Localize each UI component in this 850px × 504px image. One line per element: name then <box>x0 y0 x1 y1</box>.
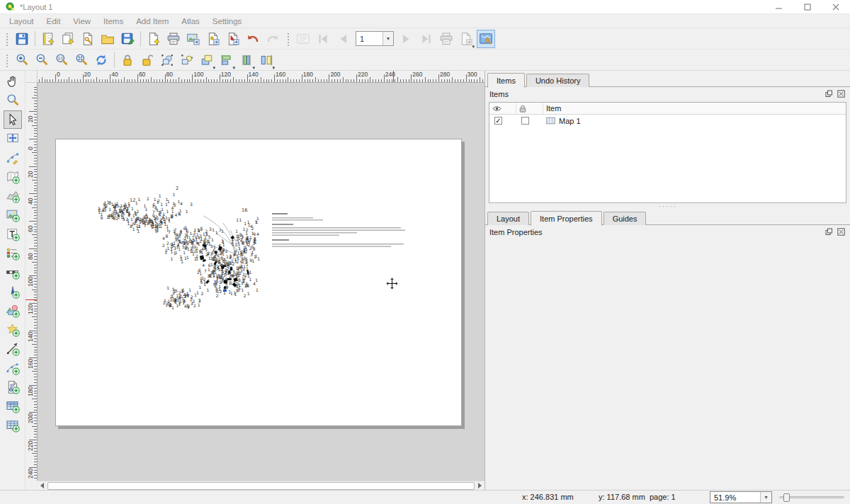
add-fixed-table-button[interactable] <box>4 416 22 435</box>
new-layout-button[interactable] <box>39 30 57 48</box>
next-feature-button[interactable] <box>397 30 416 48</box>
select-move-item-button[interactable] <box>4 110 22 129</box>
zoom-actual-icon: 1:1 <box>55 53 69 67</box>
add-shape-button[interactable] <box>4 302 22 320</box>
undo-button[interactable] <box>244 30 262 48</box>
refresh-button[interactable] <box>92 51 110 69</box>
previous-feature-button[interactable] <box>334 30 352 48</box>
print-atlas-button[interactable] <box>437 30 455 48</box>
horizontal-scrollbar[interactable] <box>38 481 484 490</box>
item-properties-close-button[interactable] <box>837 227 846 236</box>
minimize-button[interactable] <box>765 0 793 13</box>
items-panel-close-button[interactable] <box>837 89 846 98</box>
slider-handle[interactable] <box>783 493 790 502</box>
close-button[interactable] <box>822 0 850 13</box>
pan-button[interactable] <box>4 72 22 91</box>
add-node-item-button[interactable] <box>4 359 22 377</box>
add-legend-button[interactable] <box>4 244 22 263</box>
add-map-button[interactable] <box>4 168 22 186</box>
svg-text:1: 1 <box>166 209 169 214</box>
zoom-level-combo[interactable]: 51.9% ▾ <box>710 491 772 503</box>
redo-button[interactable] <box>264 30 282 48</box>
menu-atlas[interactable]: Atlas <box>175 16 206 27</box>
add-north-arrow-button[interactable] <box>4 282 22 301</box>
export-as-pdf-button[interactable] <box>224 30 242 48</box>
raise-items-button[interactable]: ▾ <box>198 51 216 69</box>
move-item-content-button[interactable] <box>4 130 22 148</box>
add-items-from-template-button[interactable] <box>98 30 117 48</box>
add-label-button[interactable] <box>4 225 22 244</box>
layout-page[interactable]: 1111111231612112152122115119111111444119… <box>55 139 462 426</box>
add-arrow-button[interactable] <box>4 340 22 358</box>
item-lock-checkbox[interactable] <box>521 117 529 125</box>
add-html-button[interactable] <box>4 378 22 396</box>
align-items-button[interactable]: ▾ <box>217 51 236 69</box>
zoom-tool-button[interactable] <box>4 91 22 110</box>
resize-items-button[interactable]: ▾ <box>257 51 276 69</box>
first-feature-button[interactable] <box>314 30 332 48</box>
last-feature-button[interactable] <box>417 30 436 48</box>
scroll-right-button[interactable] <box>475 481 484 491</box>
item-row-map1[interactable]: ✓ Map 1 <box>489 115 846 127</box>
svg-text:4: 4 <box>253 281 256 286</box>
edit-nodes-item-button[interactable] <box>4 149 22 167</box>
export-as-svg-button[interactable] <box>204 30 222 48</box>
ungroup-items-button[interactable] <box>178 51 196 69</box>
layout-viewport[interactable]: 1111111231612112152122115119111111444119… <box>38 83 484 481</box>
add-north-arrow-icon <box>6 285 20 299</box>
scrollbar-thumb[interactable] <box>47 482 475 490</box>
horizontal-ruler[interactable]: 0204060801001201401601802002202402602803… <box>38 71 484 83</box>
add-attribute-table-button[interactable] <box>4 397 22 416</box>
duplicate-layout-button[interactable] <box>59 30 77 48</box>
tab-items[interactable]: Items <box>487 73 525 88</box>
group-items-button[interactable] <box>158 51 176 69</box>
lock-items-button[interactable] <box>118 51 137 69</box>
dock-splitter[interactable]: ····· <box>485 203 850 209</box>
menu-view[interactable]: View <box>67 16 97 27</box>
save-project-button[interactable] <box>13 30 31 48</box>
zoom-out-button[interactable] <box>33 51 51 69</box>
menu-settings[interactable]: Settings <box>206 16 249 27</box>
item-visibility-checkbox[interactable]: ✓ <box>494 117 502 125</box>
tab-item-properties[interactable]: Item Properties <box>531 211 602 226</box>
print-layout-button[interactable] <box>164 30 183 48</box>
maximize-button[interactable] <box>793 0 822 13</box>
menu-layout[interactable]: Layout <box>3 16 40 27</box>
tab-undo-history[interactable]: Undo History <box>526 74 590 87</box>
menu-items[interactable]: Items <box>97 16 130 27</box>
svg-text:1: 1 <box>186 227 188 232</box>
vertical-ruler[interactable]: 20020406080100120140160180200220240 <box>26 83 38 481</box>
add-scale-bar-button[interactable] <box>4 263 22 282</box>
item-properties-float-button[interactable] <box>824 227 834 236</box>
zoom-full-button[interactable] <box>72 51 91 69</box>
menu-add-item[interactable]: Add Item <box>130 16 175 27</box>
atlas-settings-button[interactable] <box>477 30 495 48</box>
save-as-template-button[interactable] <box>118 30 137 48</box>
items-panel-float-button[interactable] <box>824 89 834 98</box>
tab-guides[interactable]: Guides <box>604 212 647 225</box>
add-picture-button[interactable] <box>4 206 22 224</box>
svg-text:1: 1 <box>198 298 201 303</box>
add-items-from-template-icon <box>101 32 115 46</box>
zoom-in-button[interactable] <box>13 51 31 69</box>
distribute-items-button[interactable]: ▾ <box>237 51 256 69</box>
add-3d-map-button[interactable] <box>4 187 22 205</box>
new-page-button[interactable] <box>144 30 163 48</box>
zoom-slider[interactable] <box>779 493 844 502</box>
layout-manager-button[interactable] <box>79 30 97 48</box>
atlas-page-dropdown-arrow[interactable]: ▾ <box>382 32 393 45</box>
zoom-actual-button[interactable]: 1:1 <box>52 51 71 69</box>
add-marker-button[interactable] <box>4 321 22 339</box>
combo-dropdown-arrow[interactable]: ▾ <box>760 492 771 503</box>
export-as-image-button[interactable] <box>184 30 203 48</box>
scroll-left-button[interactable] <box>38 481 47 491</box>
preview-atlas-button[interactable] <box>294 30 312 48</box>
map-item[interactable]: 1111111231612112152122115119111111444119… <box>56 139 461 425</box>
atlas-page-spinbox[interactable]: 1▾ <box>356 31 394 46</box>
vruler-label: 40 <box>27 198 34 205</box>
export-atlas-button[interactable]: ▾ <box>457 30 475 48</box>
tab-layout[interactable]: Layout <box>487 212 529 225</box>
menu-edit[interactable]: Edit <box>40 16 67 27</box>
unlock-all-button[interactable] <box>138 51 157 69</box>
svg-text:1: 1 <box>125 208 128 213</box>
